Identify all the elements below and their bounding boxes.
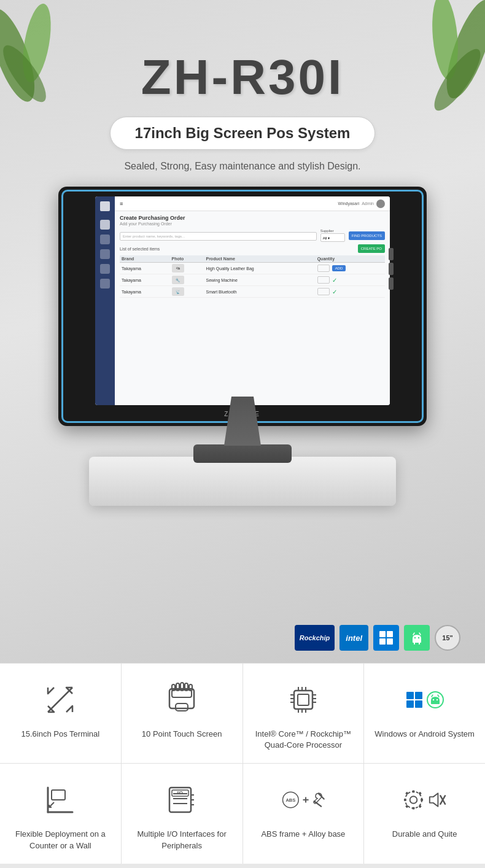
feature-durable: Durable and Quite (364, 764, 485, 863)
svg-line-13 (419, 633, 421, 635)
screen-qty-1: ADD (316, 263, 385, 274)
feature-touch-screen: 10 Point Touch Screen (122, 664, 243, 763)
feature-processor: Intel® Core™ / Rockchip™ Quad-Core Proce… (243, 664, 365, 763)
screen-find-products-btn[interactable]: FIND PRODUCTS (349, 231, 385, 240)
monitor-side-buttons (389, 248, 394, 290)
table-row: Takayama 🛍 High Quality Leather Bag AD (120, 263, 385, 274)
screen-check-3: ✓ (332, 289, 337, 295)
monitor-frame: ≡ Windyasari Admin Create Purchasing Ord… (58, 187, 427, 426)
screen-table-body: Takayama 🛍 High Quality Leather Bag AD (120, 263, 385, 298)
svg-rect-73 (405, 805, 408, 808)
feature-label-touch: 10 Point Touch Screen (142, 729, 222, 740)
logo-screen-size: 15" (435, 625, 460, 651)
leaf-decoration-left (0, 0, 68, 110)
logo-android (404, 625, 430, 651)
screen-page-content: Create Purchasing Order Add your Purchas… (115, 211, 390, 301)
screen-products-table: Brand Photo Product Name Quantity Takaya… (120, 255, 385, 298)
screen-th-quantity: Quantity (316, 255, 385, 263)
abs-badge-icon: ABS (282, 788, 300, 812)
svg-rect-69 (404, 799, 406, 801)
screen-nav-icon-5 (100, 279, 110, 289)
feature-icon-durable (403, 778, 446, 821)
screen-qty-input-3[interactable] (317, 288, 330, 295)
monitor-stand-base (193, 444, 292, 463)
screen-main-content: ≡ Windyasari Admin Create Purchasing Ord… (115, 196, 390, 405)
windows-os-icon (406, 691, 423, 708)
feature-icon-frame: ABS (282, 778, 325, 821)
svg-rect-38 (415, 692, 422, 699)
features-section: 15.6inch Pos Terminal 10 (0, 663, 485, 864)
feature-icon-cpu (282, 678, 325, 721)
screen-supplier-select: All ▾ (320, 233, 345, 242)
screen-supplier-label: Supplier (320, 229, 345, 233)
feature-icon-touch (160, 678, 203, 721)
table-row: Takayama 🔧 Sewing Machine ✓ (120, 274, 385, 286)
screen-nav-icon-2 (100, 234, 110, 244)
screen-page-subtitle: Add your Purchasing Order (120, 222, 385, 226)
screen-product-1: High Quality Leather Bag (204, 263, 315, 274)
display-platform (89, 457, 396, 506)
logo-rockchip: Rockchip (295, 625, 335, 651)
svg-rect-40 (415, 700, 422, 708)
feature-icon-pos (39, 678, 82, 721)
svg-rect-22 (176, 703, 188, 711)
svg-point-65 (409, 797, 417, 804)
monitor-screen: ≡ Windyasari Admin Create Purchasing Ord… (95, 196, 390, 405)
monitor-stand-neck (224, 397, 261, 446)
hero-section: ZH-R30I 17inch Big Screen Pos System Sea… (0, 0, 485, 663)
svg-rect-15 (169, 689, 194, 708)
product-monitor-container: ≡ Windyasari Admin Create Purchasing Ord… (40, 187, 445, 506)
screen-qty-2: ✓ (316, 274, 385, 286)
feature-label-durable: Durable and Quite (392, 829, 457, 840)
screen-sidebar (95, 196, 115, 405)
feature-label-deployment: Flexible Deployment on a Counter or a Wa… (6, 829, 115, 851)
screen-add-btn-1[interactable]: ADD (332, 265, 346, 271)
feature-frame: ABS ABS frame + Alloy base (243, 764, 365, 863)
product-subtitle-badge: 17inch Big Screen Pos System (110, 117, 376, 150)
android-os-icon (427, 691, 444, 708)
features-row-1: 15.6inch Pos Terminal 10 (0, 663, 485, 763)
screen-table-header: Brand Photo Product Name Quantity (120, 255, 385, 263)
screen-list-label: List of selected items (120, 247, 354, 251)
screen-qty-input-1[interactable] (317, 265, 330, 272)
product-model-title: ZH-R30I (141, 49, 344, 106)
svg-rect-74 (418, 805, 421, 808)
svg-line-14 (48, 688, 72, 712)
touch-hand-icon (163, 681, 200, 718)
svg-rect-6 (379, 631, 386, 637)
plus-icon (302, 795, 309, 805)
svg-rect-39 (406, 700, 414, 708)
tech-logos-bar: Rockchip intel 15" (295, 625, 460, 651)
cpu-chip-icon (285, 681, 322, 718)
feature-label-os: Windows or Android System (374, 729, 475, 740)
monitor-btn-3 (389, 277, 394, 290)
monitor-btn-1 (389, 248, 394, 260)
android-icon (409, 630, 425, 646)
svg-point-42 (432, 699, 433, 700)
svg-rect-72 (418, 792, 421, 795)
svg-line-12 (413, 633, 414, 635)
screen-qty-input-2[interactable] (317, 276, 330, 284)
svg-point-43 (436, 699, 437, 700)
svg-rect-48 (52, 790, 65, 800)
windows-icon (379, 630, 394, 645)
screen-create-po-btn[interactable]: CREATE PO (358, 244, 385, 253)
screen-user-role: Admin (362, 201, 374, 206)
screen-product-3: Smart Bluetooth (204, 286, 315, 298)
logo-intel: intel (340, 625, 368, 651)
screen-photo-1: 🛍 (170, 263, 204, 274)
screen-photo-2: 🔧 (170, 274, 204, 286)
svg-point-11 (418, 637, 419, 638)
logo-windows (373, 625, 399, 651)
screen-avatar (376, 200, 385, 208)
monitor-btn-2 (389, 263, 394, 275)
table-row: Takayama 📡 Smart Bluetooth ✓ (120, 286, 385, 298)
screen-home-icon (100, 201, 110, 211)
screen-th-brand: Brand (120, 255, 170, 263)
gear-icon (403, 789, 424, 810)
feature-label-cpu: Intel® Core™ / Rockchip™ Quad-Core Proce… (249, 729, 358, 751)
screen-nav-icon-3 (100, 249, 110, 259)
io-ports-icon: I/O (163, 781, 200, 818)
svg-marker-75 (429, 794, 438, 807)
feature-pos-terminal: 15.6inch Pos Terminal (0, 664, 122, 763)
